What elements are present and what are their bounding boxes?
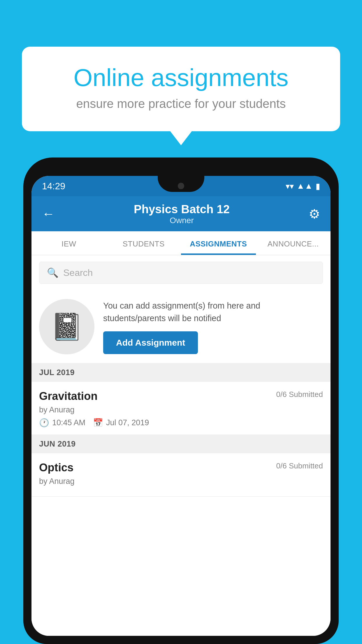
assignment-submitted-gravitation: 0/6 Submitted [276, 390, 323, 399]
promo-icon-circle: 📓 [39, 299, 94, 354]
add-assignment-button[interactable]: Add Assignment [103, 331, 198, 354]
assignment-name-optics: Optics [39, 461, 73, 474]
section-jun-2019: JUN 2019 [31, 435, 331, 453]
tooltip-subtitle: ensure more practice for your students [42, 97, 320, 111]
tooltip-card: Online assignments ensure more practice … [22, 47, 340, 131]
header-title: Physics Batch 12 [134, 203, 230, 216]
search-icon: 🔍 [47, 267, 59, 278]
phone-inner: 14:29 ▾▾ ▲▲ ▮ ← Physics Batch 12 Owner ⚙… [26, 160, 336, 642]
assignment-time: 🕐 10:45 AM [39, 418, 85, 428]
add-assignment-promo: 📓 You can add assignment(s) from here an… [31, 290, 331, 363]
assignment-date: 📅 Jul 07, 2019 [93, 418, 149, 428]
wifi-icon: ▾▾ [286, 181, 294, 191]
search-container: 🔍 Search [31, 255, 331, 290]
promo-content: You can add assignment(s) from here and … [103, 300, 322, 354]
section-jul-2019: JUL 2019 [31, 363, 331, 382]
assignment-row-top-optics: Optics 0/6 Submitted [39, 461, 323, 474]
tab-iew[interactable]: IEW [31, 231, 106, 255]
tabs-bar: IEW STUDENTS ASSIGNMENTS ANNOUNCE... [31, 231, 331, 255]
phone-frame: 14:29 ▾▾ ▲▲ ▮ ← Physics Batch 12 Owner ⚙… [23, 158, 339, 644]
assignment-name-gravitation: Gravitation [39, 390, 98, 402]
battery-icon: ▮ [316, 181, 320, 191]
tab-students[interactable]: STUDENTS [106, 231, 181, 255]
assignment-optics[interactable]: Optics 0/6 Submitted by Anurag [31, 453, 331, 497]
app-header: ← Physics Batch 12 Owner ⚙ [31, 196, 331, 231]
status-bar: 14:29 ▾▾ ▲▲ ▮ [31, 176, 331, 196]
status-time: 14:29 [42, 181, 65, 192]
screen-content: 🔍 Search 📓 You can add assignment(s) fro… [31, 255, 331, 636]
back-button[interactable]: ← [42, 206, 55, 221]
signal-icon: ▲▲ [297, 181, 313, 191]
assignment-submitted-optics: 0/6 Submitted [276, 461, 323, 470]
assignment-gravitation[interactable]: Gravitation 0/6 Submitted by Anurag 🕐 10… [31, 382, 331, 435]
phone-screen: 14:29 ▾▾ ▲▲ ▮ ← Physics Batch 12 Owner ⚙… [31, 176, 331, 636]
tab-assignments[interactable]: ASSIGNMENTS [181, 231, 256, 255]
header-center: Physics Batch 12 Owner [134, 203, 230, 225]
settings-button[interactable]: ⚙ [309, 206, 320, 221]
assignment-author-optics: by Anurag [39, 477, 323, 486]
assignment-row-top: Gravitation 0/6 Submitted [39, 390, 323, 402]
tab-announcements[interactable]: ANNOUNCE... [256, 231, 331, 255]
calendar-icon: 📅 [93, 418, 103, 428]
assignment-author-gravitation: by Anurag [39, 405, 323, 414]
front-camera [178, 183, 184, 189]
search-bar[interactable]: 🔍 Search [39, 262, 323, 284]
notch [158, 176, 204, 192]
tooltip-title: Online assignments [42, 64, 320, 91]
assignment-time-value: 10:45 AM [52, 418, 85, 427]
notebook-icon: 📓 [50, 312, 83, 342]
promo-text: You can add assignment(s) from here and … [103, 300, 322, 325]
search-input[interactable]: Search [63, 267, 93, 278]
clock-icon: 🕐 [39, 418, 49, 428]
header-subtitle: Owner [134, 216, 230, 225]
assignment-date-value: Jul 07, 2019 [106, 418, 149, 427]
assignment-meta-gravitation: 🕐 10:45 AM 📅 Jul 07, 2019 [39, 418, 323, 428]
status-icons: ▾▾ ▲▲ ▮ [286, 181, 320, 191]
